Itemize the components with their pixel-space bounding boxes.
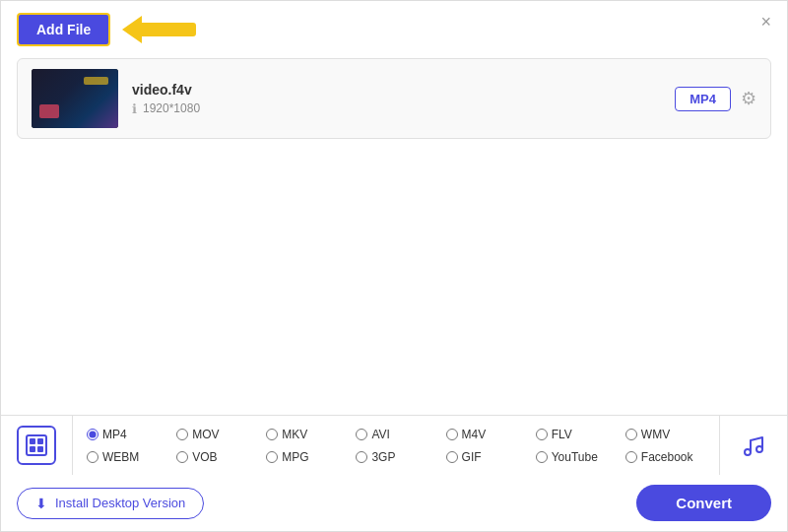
- video-format-tab[interactable]: [1, 416, 73, 475]
- format-label-flv: FLV: [552, 428, 572, 441]
- svg-rect-2: [37, 438, 43, 444]
- format-option-wmv[interactable]: WMV: [622, 424, 709, 444]
- arrow-shaft: [142, 23, 196, 36]
- settings-button[interactable]: ⚙: [741, 88, 756, 109]
- format-label-avi: AVI: [371, 428, 389, 441]
- format-label-mkv: MKV: [282, 428, 307, 441]
- file-name: video.f4v: [132, 82, 661, 98]
- format-label-m4v: M4V: [462, 428, 487, 441]
- add-file-button[interactable]: Add File: [17, 13, 110, 46]
- file-thumbnail: [32, 69, 118, 128]
- format-label-3gp: 3GP: [371, 450, 395, 464]
- format-option-mkv[interactable]: MKV: [262, 424, 350, 444]
- file-item: video.f4v ℹ 1920*1080 MP4 ⚙: [18, 59, 770, 138]
- svg-point-5: [745, 449, 751, 455]
- convert-button[interactable]: Convert: [636, 485, 771, 521]
- format-option-mov[interactable]: MOV: [172, 424, 260, 444]
- thumbnail-image: [32, 69, 118, 128]
- format-option-3gp[interactable]: 3GP: [352, 446, 439, 467]
- top-bar: Add File ×: [1, 1, 787, 58]
- svg-rect-1: [30, 438, 35, 444]
- install-desktop-button[interactable]: ⬇ Install Desktop Version: [17, 488, 204, 519]
- format-option-m4v[interactable]: M4V: [442, 424, 530, 444]
- svg-rect-3: [30, 446, 35, 452]
- file-list-area: video.f4v ℹ 1920*1080 MP4 ⚙: [17, 58, 771, 139]
- format-option-mp4[interactable]: MP4: [83, 424, 170, 444]
- bottom-panel: MP4 MOV MKV AVI M4V FLV: [1, 415, 787, 531]
- format-option-facebook[interactable]: Facebook: [622, 446, 709, 467]
- format-label-gif: GIF: [462, 450, 482, 464]
- arrow-head-icon: [122, 16, 142, 43]
- format-option-vob[interactable]: VOB: [172, 446, 260, 467]
- format-label-facebook: Facebook: [641, 450, 693, 464]
- format-option-avi[interactable]: AVI: [352, 424, 439, 444]
- format-option-mpg[interactable]: MPG: [262, 446, 350, 467]
- close-button[interactable]: ×: [760, 13, 771, 31]
- format-option-youtube[interactable]: YouTube: [532, 446, 620, 467]
- svg-point-6: [756, 446, 762, 452]
- file-actions: MP4 ⚙: [675, 87, 756, 111]
- bottom-actions: ⬇ Install Desktop Version Convert: [1, 475, 787, 531]
- file-resolution: 1920*1080: [143, 101, 200, 115]
- format-label-mov: MOV: [192, 428, 219, 441]
- audio-format-tab[interactable]: [719, 416, 787, 475]
- format-label-youtube: YouTube: [552, 450, 598, 464]
- download-icon: ⬇: [35, 496, 47, 511]
- file-meta: ℹ 1920*1080: [132, 101, 661, 116]
- format-selector: MP4 MOV MKV AVI M4V FLV: [1, 416, 787, 475]
- format-option-flv[interactable]: FLV: [532, 424, 620, 444]
- format-label-wmv: WMV: [641, 428, 670, 441]
- format-label-webm: WEBM: [102, 450, 139, 464]
- install-desktop-label: Install Desktop Version: [55, 496, 185, 510]
- svg-rect-4: [37, 446, 43, 452]
- arrow-indicator: [122, 16, 196, 43]
- format-option-webm[interactable]: WEBM: [83, 446, 170, 467]
- info-icon: ℹ: [132, 101, 137, 116]
- file-info: video.f4v ℹ 1920*1080: [132, 82, 661, 116]
- format-grid: MP4 MOV MKV AVI M4V FLV: [73, 416, 719, 475]
- svg-rect-0: [27, 435, 46, 455]
- format-badge-button[interactable]: MP4: [675, 87, 731, 111]
- format-label-mpg: MPG: [282, 450, 308, 464]
- music-icon: [734, 426, 773, 465]
- format-option-gif[interactable]: GIF: [442, 446, 530, 467]
- format-label-vob: VOB: [192, 450, 217, 464]
- format-label-mp4: MP4: [102, 428, 127, 441]
- video-icon: [17, 426, 56, 465]
